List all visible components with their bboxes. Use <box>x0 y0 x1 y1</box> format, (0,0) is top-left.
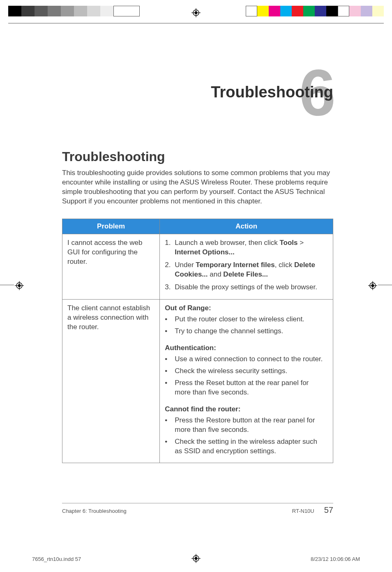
troubleshooting-table: Problem Action I cannot access the web G… <box>62 219 333 463</box>
table-row: The client cannot establish a wireless c… <box>62 300 333 463</box>
footer-model: RT-N10U <box>292 508 314 514</box>
th-action: Action <box>160 219 333 234</box>
page-footer: Chapter 6: Troubleshooting RT-N10U 57 <box>62 505 333 515</box>
crop-tick <box>0 285 14 285</box>
cell-action: Out of Range: •Put the router closer to … <box>160 300 333 463</box>
registration-mark-icon <box>368 281 377 290</box>
imposition-timestamp: 8/23/12 10:06:06 AM <box>311 556 360 562</box>
footer-left: Chapter 6: Troubleshooting <box>62 508 127 514</box>
color-bar <box>246 6 384 16</box>
intro-paragraph: This troubleshooting guide provides solu… <box>62 168 333 206</box>
table-row: I cannot access the web GUI for configur… <box>62 234 333 300</box>
page-number: 57 <box>324 505 333 515</box>
imposition-file: 7656_rtn10u.indd 57 <box>32 556 81 562</box>
crop-tick <box>378 285 392 285</box>
cell-problem: The client cannot establish a wireless c… <box>62 300 160 463</box>
grayscale-bar <box>8 6 140 16</box>
registration-mark-icon <box>15 281 24 290</box>
section-heading: Troubleshooting <box>62 149 333 164</box>
chapter-title: Troubleshooting <box>211 83 333 101</box>
registration-mark-icon <box>191 8 201 17</box>
imposition-footer: 7656_rtn10u.indd 57 8/23/12 10:06:06 AM <box>32 556 360 562</box>
body: Troubleshooting This troubleshooting gui… <box>62 149 333 463</box>
cell-problem: I cannot access the web GUI for configur… <box>62 234 160 300</box>
cell-action: 1.Launch a web browser, then click Tools… <box>160 234 333 300</box>
sheet: 6 Troubleshooting Troubleshooting This t… <box>39 39 353 533</box>
footer-rule <box>62 503 333 503</box>
page: 6 Troubleshooting Troubleshooting This t… <box>0 0 392 572</box>
th-problem: Problem <box>62 219 160 234</box>
